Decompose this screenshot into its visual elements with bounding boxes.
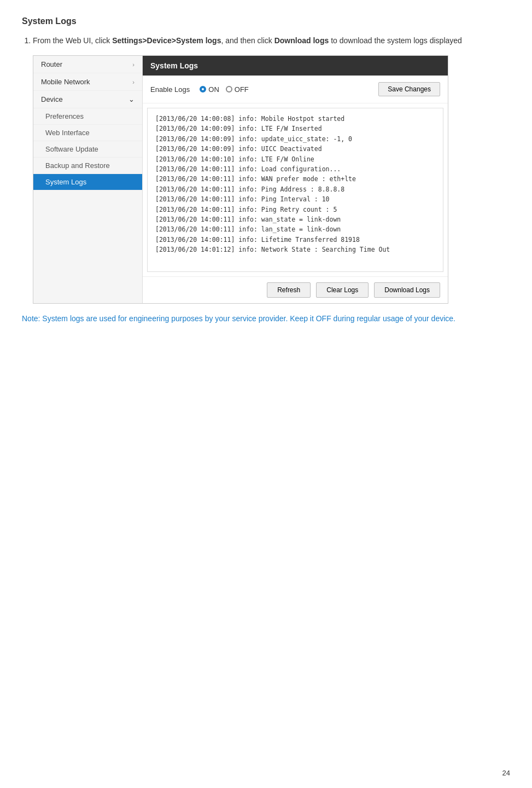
sidebar-item-router[interactable]: Router › [33,56,142,73]
main-header: System Logs [143,56,448,76]
page-heading: System Logs [22,16,510,26]
sidebar-subitem-web-interface[interactable]: Web Interface [33,125,142,141]
refresh-button[interactable]: Refresh [267,282,311,298]
sidebar-subitem-software-update[interactable]: Software Update [33,141,142,158]
clear-logs-button[interactable]: Clear Logs [316,282,369,298]
sidebar-subitem-preferences[interactable]: Preferences [33,108,142,125]
chevron-down-icon: ⌄ [128,95,135,103]
sidebar-mobile-network-label: Mobile Network [41,78,90,86]
note-text: Note: System logs are used for engineeri… [22,312,510,325]
log-entry: [2013/06/20 14:00:11] info: lan_state = … [155,224,435,234]
log-entry: [2013/06/20 14:00:11] info: wan_state = … [155,215,435,224]
radio-off[interactable]: OFF [226,85,249,94]
step1-suffix: to download the system logs displayed [329,36,462,45]
chevron-right-icon: › [132,79,135,85]
log-entry: [2013/06/20 14:00:11] info: Load configu… [155,164,435,174]
sidebar-item-device[interactable]: Device ⌄ [33,91,142,108]
download-logs-button[interactable]: Download Logs [374,282,440,298]
log-entry: [2013/06/20 14:00:11] info: Ping Interva… [155,194,435,204]
bottom-buttons: Refresh Clear Logs Download Logs [143,276,448,303]
radio-off-dot [226,86,232,92]
log-entry: [2013/06/20 14:00:10] info: LTE F/W Onli… [155,154,435,164]
step1-prefix: From the Web UI, click [33,36,112,45]
off-label: OFF [235,85,249,94]
log-entry: [2013/06/20 14:01:12] info: Network Stat… [155,245,435,254]
sidebar-router-label: Router [41,60,62,68]
step-1: From the Web UI, click Settings>Device>S… [33,35,510,47]
ui-screenshot: Router › Mobile Network › Device ⌄ Prefe… [33,55,448,304]
sidebar: Router › Mobile Network › Device ⌄ Prefe… [33,56,143,303]
page-number: 24 [502,769,510,777]
enable-logs-label: Enable Logs [150,85,190,94]
step1-bold2: Download logs [274,36,329,45]
radio-on-dot [200,86,206,92]
sidebar-device-label: Device [41,95,63,103]
enable-logs-left: Enable Logs ON OFF [150,85,249,94]
main-panel: System Logs Enable Logs ON OFF Save Chan… [143,56,448,303]
log-entry: [2013/06/20 14:00:09] info: LTE F/W Inse… [155,124,435,134]
radio-group: ON OFF [200,85,249,94]
log-entry: [2013/06/20 14:00:11] info: Ping Address… [155,184,435,194]
enable-logs-row: Enable Logs ON OFF Save Changes [143,76,448,103]
log-entry: [2013/06/20 14:00:11] info: WAN prefer m… [155,174,435,184]
log-area: [2013/06/20 14:00:08] info: Mobile Hostp… [147,108,443,272]
on-label: ON [208,85,219,94]
chevron-right-icon: › [132,61,135,68]
sidebar-subitem-system-logs[interactable]: System Logs [33,174,142,190]
log-entry: [2013/06/20 14:00:08] info: Mobile Hostp… [155,114,435,124]
save-changes-button[interactable]: Save Changes [378,82,440,96]
log-entry: [2013/06/20 14:00:09] info: update_uicc_… [155,134,435,144]
sidebar-subitem-backup-restore[interactable]: Backup and Restore [33,158,142,174]
log-entry: [2013/06/20 14:00:09] info: UICC Deactiv… [155,144,435,154]
log-entry: [2013/06/20 14:00:11] info: Ping Retry c… [155,205,435,215]
step1-middle: , and then click [221,36,274,45]
radio-on[interactable]: ON [200,85,219,94]
log-entry: [2013/06/20 14:00:11] info: Lifetime Tra… [155,235,435,245]
step1-bold1: Settings>Device>System logs [112,36,221,45]
sidebar-item-mobile-network[interactable]: Mobile Network › [33,73,142,91]
